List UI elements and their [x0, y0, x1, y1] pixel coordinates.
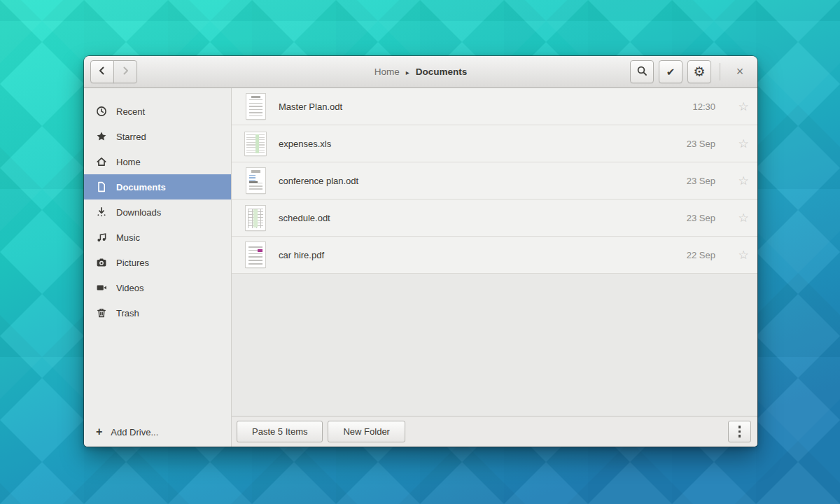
file-name: expenses.xls [279, 139, 687, 149]
search-button[interactable] [630, 60, 654, 83]
titlebar-actions: ✔ ⚙ × [630, 60, 751, 83]
close-button[interactable]: × [729, 60, 751, 83]
star-toggle[interactable]: ☆ [729, 99, 757, 114]
file-row[interactable]: schedule.odt 23 Sep ☆ [232, 200, 757, 237]
add-drive-label: Add Drive... [111, 427, 158, 438]
file-name: car hire.pdf [279, 250, 687, 260]
file-row[interactable]: conference plan.odt 23 Sep ☆ [232, 162, 757, 200]
camera-icon [96, 257, 107, 268]
empty-list-area [232, 274, 757, 416]
kebab-menu-icon [738, 426, 741, 438]
sidebar-item-label: Home [116, 157, 141, 167]
document-icon [96, 181, 107, 192]
paste-button[interactable]: Paste 5 Items [237, 421, 323, 442]
file-list-pane: Master Plan.odt 12:30 ☆ expenses.xls 23 … [232, 88, 757, 447]
titlebar-separator [720, 63, 720, 80]
sidebar-item-label: Starred [116, 132, 146, 142]
gear-icon: ⚙ [693, 65, 705, 78]
sidebar-item-recent[interactable]: Recent [84, 99, 231, 124]
file-thumbnail-icon [244, 168, 267, 193]
breadcrumb-root[interactable]: Home [374, 66, 400, 77]
sidebar-item-home[interactable]: Home [84, 149, 231, 174]
file-row[interactable]: car hire.pdf 22 Sep ☆ [232, 237, 757, 274]
star-toggle[interactable]: ☆ [729, 174, 757, 188]
close-icon: × [736, 64, 744, 79]
file-modified: 23 Sep [687, 176, 715, 186]
sidebar: Recent Starred Home Documents [84, 88, 232, 447]
plus-icon: + [96, 426, 102, 438]
star-icon [96, 131, 107, 142]
forward-button[interactable] [113, 60, 137, 83]
home-icon [96, 156, 107, 167]
file-modified: 23 Sep [687, 213, 715, 223]
file-modified: 22 Sep [687, 250, 715, 260]
file-thumbnail-icon [244, 132, 267, 155]
music-note-icon [96, 232, 107, 243]
file-thumbnail-icon [244, 242, 267, 267]
file-name: Master Plan.odt [279, 102, 692, 112]
action-bar: Paste 5 Items New Folder [232, 416, 757, 447]
star-toggle[interactable]: ☆ [729, 136, 757, 151]
window-body: Recent Starred Home Documents [84, 88, 757, 447]
clock-icon [96, 106, 107, 117]
add-drive-button[interactable]: + Add Drive... [96, 426, 158, 438]
file-modified: 23 Sep [687, 139, 715, 149]
chevron-right-icon [120, 65, 131, 78]
star-toggle[interactable]: ☆ [729, 211, 757, 225]
new-folder-button[interactable]: New Folder [328, 421, 405, 442]
check-icon: ✔ [666, 66, 676, 77]
sidebar-item-videos[interactable]: Videos [84, 275, 231, 300]
download-icon [96, 206, 107, 218]
trash-icon [96, 307, 107, 318]
video-camera-icon [96, 282, 107, 293]
file-name: conference plan.odt [279, 176, 687, 186]
back-button[interactable] [90, 60, 114, 83]
sidebar-item-label: Pictures [116, 258, 149, 268]
sidebar-item-trash[interactable]: Trash [84, 300, 231, 326]
sidebar-item-pictures[interactable]: Pictures [84, 250, 231, 275]
select-items-button[interactable]: ✔ [659, 60, 682, 83]
sidebar-item-label: Music [116, 232, 140, 243]
file-row[interactable]: expenses.xls 23 Sep ☆ [232, 125, 757, 162]
sidebar-item-label: Trash [116, 308, 139, 318]
nav-button-group [90, 60, 137, 83]
breadcrumb-arrow-icon: ▸ [406, 69, 410, 76]
sidebar-item-label: Recent [116, 106, 145, 117]
sidebar-item-music[interactable]: Music [84, 225, 231, 250]
sidebar-item-label: Downloads [116, 207, 161, 218]
breadcrumb: Home▸Documents [224, 66, 617, 77]
file-name: schedule.odt [279, 213, 687, 223]
file-modified: 12:30 [692, 102, 715, 112]
file-manager-window: Home▸Documents ✔ ⚙ × [84, 56, 757, 447]
titlebar: Home▸Documents ✔ ⚙ × [84, 56, 757, 88]
file-thumbnail-icon [244, 206, 267, 230]
settings-button[interactable]: ⚙ [687, 60, 711, 83]
menu-button[interactable] [728, 421, 751, 442]
sidebar-item-downloads[interactable]: Downloads [84, 200, 231, 225]
breadcrumb-current[interactable]: Documents [416, 66, 468, 77]
sidebar-item-documents[interactable]: Documents [84, 174, 231, 200]
search-icon [636, 65, 648, 79]
file-thumbnail-icon [244, 94, 267, 119]
sidebar-item-label: Documents [116, 182, 166, 192]
sidebar-item-starred[interactable]: Starred [84, 124, 231, 149]
chevron-left-icon [97, 65, 108, 78]
file-row[interactable]: Master Plan.odt 12:30 ☆ [232, 88, 757, 125]
sidebar-item-label: Videos [116, 283, 144, 293]
star-toggle[interactable]: ☆ [729, 248, 757, 262]
